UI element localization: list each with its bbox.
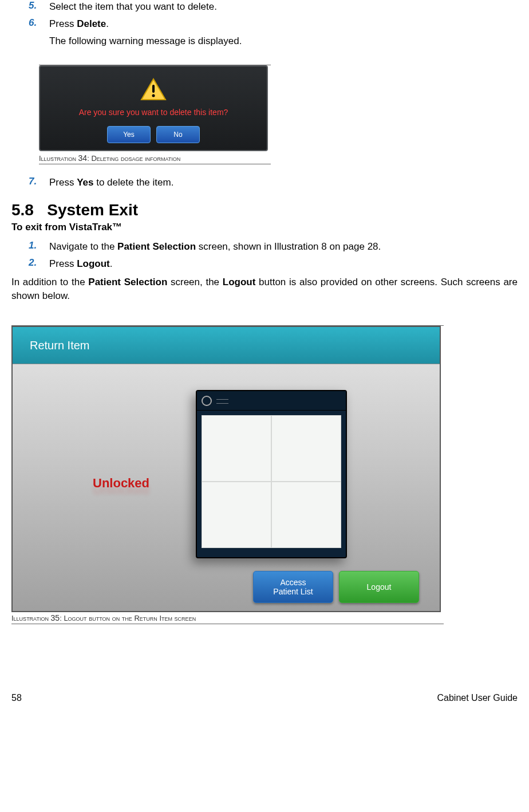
return-item-screen: Return Item Unlocked —————— AccessPatien…	[11, 326, 441, 612]
return-item-header: Return Item	[13, 327, 440, 364]
step-followup: The following warning message is display…	[11, 34, 518, 48]
step-text: Press Delete.	[49, 17, 518, 31]
doc-title: Cabinet User Guide	[437, 693, 518, 703]
logout-button[interactable]: Logout	[339, 571, 419, 603]
delete-confirm-dialog: Are you sure you want to delete this ite…	[39, 65, 268, 151]
section-heading: 5.8 System Exit	[11, 201, 518, 219]
section-subhead: To exit from VistaTrak™	[11, 222, 518, 233]
unlocked-label: Unlocked	[93, 476, 149, 491]
warning-icon	[140, 78, 167, 101]
step-number: 5.	[29, 0, 49, 14]
svg-point-2	[152, 94, 155, 97]
step-number: 1.	[29, 240, 49, 254]
step-text: Select the item that you want to delete.	[49, 0, 518, 14]
illustration-35-caption: Illustration 35: Logout button on the Re…	[11, 613, 518, 622]
page-number: 58	[11, 693, 22, 703]
yes-button[interactable]: Yes	[107, 126, 151, 143]
step: 6.Press Delete.	[11, 17, 518, 31]
illustration-34-caption: Illustration 34: Deleting dosage informa…	[39, 152, 518, 163]
step: 1.Navigate to the Patient Selection scre…	[11, 240, 518, 254]
step-text: Navigate to the Patient Selection screen…	[49, 240, 518, 254]
dialog-message: Are you sure you want to delete this ite…	[40, 108, 267, 117]
step-number: 2.	[29, 257, 49, 271]
step-number: 7.	[29, 176, 49, 190]
cabinet-image: ——————	[196, 390, 347, 558]
svg-rect-1	[152, 85, 155, 93]
addition-paragraph: In addition to the Patient Selection scr…	[11, 275, 518, 303]
step: 7.Press Yes to delete the item.	[11, 176, 518, 190]
step: 2.Press Logout.	[11, 257, 518, 271]
step: 5.Select the item that you want to delet…	[11, 0, 518, 14]
step-number: 6.	[29, 17, 49, 31]
step-text: Press Logout.	[49, 257, 518, 271]
no-button[interactable]: No	[156, 126, 200, 143]
step-text: Press Yes to delete the item.	[49, 176, 518, 190]
access-patient-list-button[interactable]: AccessPatient List	[253, 571, 333, 603]
